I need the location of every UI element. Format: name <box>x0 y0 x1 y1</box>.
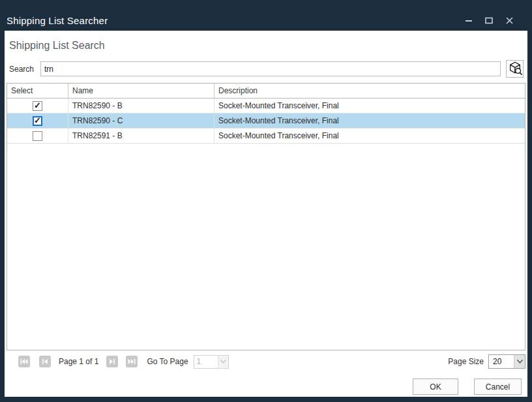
search-button[interactable] <box>506 60 524 78</box>
column-header-name[interactable]: Name <box>68 84 214 98</box>
row-name: TRN82591 - B <box>68 129 214 143</box>
search-label: Search <box>9 65 34 74</box>
chevron-down-icon[interactable] <box>218 356 228 368</box>
row-description: Socket-Mounted Transceiver, Final <box>214 99 525 113</box>
go-to-page-combo <box>194 355 229 369</box>
column-header-select[interactable]: Select <box>7 84 68 98</box>
row-checkbox[interactable] <box>33 131 42 141</box>
page-size-label: Page Size <box>448 357 484 366</box>
pager-bar: Page 1 of 1 Go To Page <box>7 354 525 369</box>
table-row[interactable]: ✓ TRN82590 - B Socket-Mounted Transceive… <box>7 99 525 114</box>
title-bar: Shipping List Searcher <box>0 0 532 31</box>
go-to-page-input[interactable] <box>194 356 218 368</box>
close-icon[interactable] <box>502 14 516 26</box>
row-checkbox[interactable]: ✓ <box>33 116 42 126</box>
row-name: TRN82590 - B <box>68 99 214 113</box>
dialog-content: Shipping List Search Search Select Name … <box>5 31 527 397</box>
shipping-list-searcher-dialog: Shipping List Searcher Shipping List Sea… <box>0 0 532 402</box>
row-name: TRN82590 - C <box>68 114 214 128</box>
last-page-button[interactable] <box>126 356 138 367</box>
cancel-button[interactable]: Cancel <box>474 379 522 395</box>
page-indicator: Page 1 of 1 <box>51 357 106 366</box>
row-description: Socket-Mounted Transceiver, Final <box>214 129 525 143</box>
first-page-button[interactable] <box>18 356 30 367</box>
minimize-icon[interactable] <box>462 14 476 26</box>
row-description: Socket-Mounted Transceiver, Final <box>214 114 525 128</box>
next-page-button[interactable] <box>106 356 118 367</box>
checkmark-icon: ✓ <box>34 116 41 125</box>
previous-page-button[interactable] <box>39 356 51 367</box>
page-size-select[interactable]: 20 <box>488 354 525 369</box>
window-controls <box>462 14 525 26</box>
table-row-selected[interactable]: ✓ TRN82590 - C Socket-Mounted Transceive… <box>7 114 525 129</box>
chevron-down-icon[interactable] <box>514 355 525 368</box>
checkmark-icon: ✓ <box>34 101 41 110</box>
row-checkbox[interactable]: ✓ <box>33 101 42 111</box>
grid-header-row: Select Name Description <box>7 84 525 99</box>
go-to-page-label: Go To Page <box>147 357 188 366</box>
part-search-cube-icon <box>508 61 522 78</box>
page-title: Shipping List Search <box>9 40 105 52</box>
column-header-description[interactable]: Description <box>214 84 525 98</box>
ok-button[interactable]: OK <box>413 379 458 395</box>
search-input[interactable] <box>40 61 501 76</box>
window-title: Shipping List Searcher <box>7 15 108 26</box>
page-size-value: 20 <box>489 355 514 368</box>
maximize-icon[interactable] <box>482 14 496 26</box>
results-grid: Select Name Description ✓ TRN82590 - B S… <box>7 83 525 350</box>
table-row[interactable]: TRN82591 - B Socket-Mounted Transceiver,… <box>7 129 525 144</box>
